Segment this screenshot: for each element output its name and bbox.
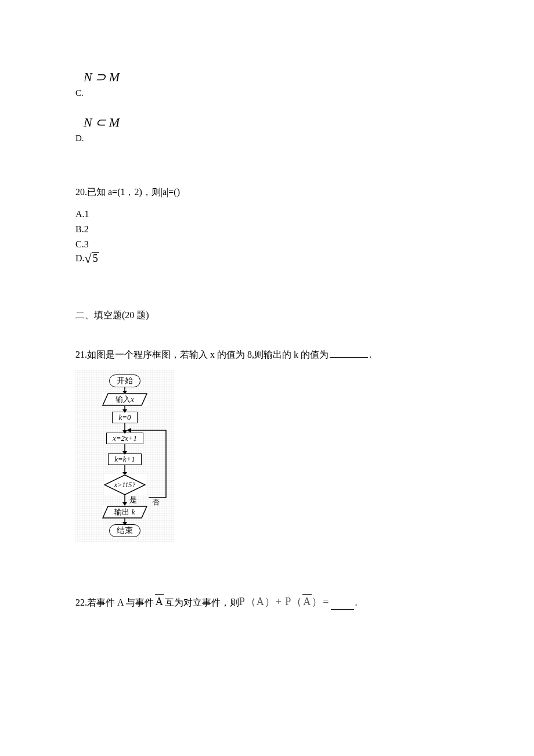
q19-option-c-math: N ⊃ M — [84, 67, 459, 87]
q22-math: P（A）+ P（A）= — [239, 594, 330, 610]
q20-option-d-prefix: D. — [75, 251, 85, 265]
q21-stem: 21.如图是一个程序框图，若输入 x 的值为 8,则输出的 k 的值为. — [75, 348, 459, 362]
flow-init: k=0 — [112, 412, 137, 423]
svg-marker-6 — [122, 430, 127, 434]
flow-yes-label: 是 — [129, 494, 137, 506]
flow-input-var: x — [131, 395, 134, 404]
flow-output-label: 输出 — [114, 507, 129, 516]
flow-decision: x>115? — [104, 474, 146, 495]
q20-stem: 20.已知 a=(1，2)，则|a|=() — [75, 185, 459, 199]
flow-input-label: 输入 — [116, 395, 131, 404]
flow-output: 输出 k — [102, 506, 147, 519]
svg-marker-8 — [122, 451, 127, 455]
q22-mid: 互为对立事件，则 — [165, 596, 239, 610]
q22-math-p2: ）= — [312, 596, 329, 607]
arrow-down-icon — [124, 444, 125, 453]
arrow-down-icon — [124, 519, 125, 524]
section-2-title: 二、填空题(20 题) — [75, 308, 459, 322]
q21-stem-pre: 21.如图是一个程序框图，若输入 x 的值为 8,则输出的 k 的值为 — [75, 350, 329, 359]
q22-a-bar: A — [155, 594, 164, 610]
q22-pre: 22.若事件 A 与事件 — [75, 596, 154, 610]
q22-stem: 22.若事件 A 与事件 A 互为对立事件，则 P（A）+ P（A）= . — [75, 594, 459, 610]
arrow-down-icon — [124, 406, 125, 412]
q19-option-d-math: N ⊂ M — [84, 113, 459, 132]
q20-option-b: B.2 — [75, 222, 459, 236]
flow-output-var: k — [132, 507, 135, 516]
q20-option-d: D. √5 — [75, 251, 459, 265]
q20-option-c: C.3 — [75, 237, 459, 251]
q22-post: . — [355, 596, 358, 610]
document-page: N ⊃ M C. N ⊂ M D. 20.已知 a=(1，2)，则|a|=() … — [0, 0, 534, 645]
q20-option-a: A.1 — [75, 207, 459, 221]
flow-input: 输入x — [102, 393, 147, 406]
svg-marker-17 — [122, 522, 127, 525]
arrow-down-icon — [124, 387, 125, 393]
arrow-down-icon — [124, 423, 125, 433]
flow-loop: x=2x+1 k=k+1 x>115? 否 — [79, 423, 171, 495]
fill-blank — [331, 601, 354, 610]
sqrt-icon: √5 — [85, 252, 99, 265]
fill-blank — [330, 349, 368, 358]
q21-stem-post: . — [369, 350, 371, 359]
q19-option-c-letter: C. — [75, 87, 459, 100]
flow-step1: x=2x+1 — [106, 433, 143, 444]
flow-yes-branch: 是 — [79, 495, 171, 506]
q19-option-d-letter: D. — [75, 132, 459, 145]
q22-math-abar: A — [302, 594, 312, 610]
flow-step2: k=k+1 — [108, 453, 142, 465]
arrow-down-icon — [124, 465, 125, 474]
q22-math-p1: P（A）+ P（ — [239, 596, 303, 607]
flow-end: 结束 — [109, 524, 140, 537]
flow-start: 开始 — [109, 375, 140, 387]
flowchart: 开始 输入x k=0 x=2x+1 k=k+1 x>115? — [75, 370, 174, 542]
svg-marker-4 — [122, 409, 127, 413]
q20-d-radicand: 5 — [92, 252, 99, 265]
